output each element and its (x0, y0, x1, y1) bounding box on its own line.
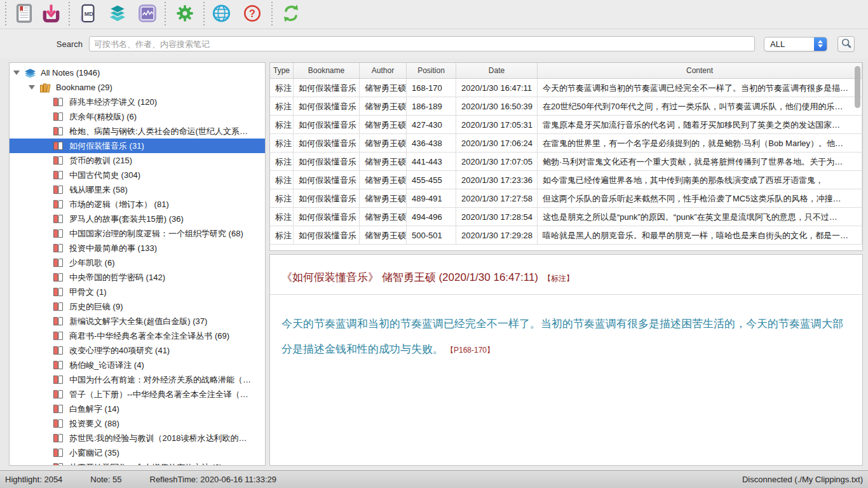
cell-position: 186-189 (407, 97, 456, 116)
column-header-bookname[interactable]: Bookname (294, 63, 360, 78)
sidebar-book-item[interactable]: 少年凯歌 (6) (10, 255, 265, 270)
sidebar-book-item[interactable]: 投资要义 (88) (10, 416, 265, 431)
statistics-button[interactable] (137, 3, 158, 26)
sidebar-item-bookname-group[interactable]: Bookname (29) (10, 80, 265, 95)
cell-author: 储智勇王硕 (360, 79, 407, 97)
cell-author: 储智勇王硕 (360, 116, 407, 134)
book-label: 货币的教训 (215) (69, 155, 132, 166)
sidebar-book-item[interactable]: 钱从哪里来 (58) (10, 182, 265, 197)
sidebar-book-item[interactable]: 中国古代简史 (304) (10, 168, 265, 182)
cell-type: 标注 (270, 226, 294, 245)
column-header-position[interactable]: Position (407, 63, 456, 78)
table-row[interactable]: 标注如何假装懂音乐储智勇王硕494-4962020/1/30 17:28:54这… (270, 208, 862, 226)
book-label: 管子（上下册）--中华经典名著全本全注全译（… (69, 389, 248, 400)
column-header-author[interactable]: Author (360, 63, 407, 78)
book-icon (53, 462, 65, 466)
svg-text:?: ? (249, 8, 255, 19)
sidebar-book-item[interactable]: 管子（上下册）--中华经典名著全本全注全译（… (10, 387, 265, 402)
cell-date: 2020/1/30 17:05:31 (456, 116, 538, 134)
note-detail-title: 《如何假装懂音乐》 储智勇王硕 (2020/1/30 16:47:11)【标注】 (270, 255, 862, 294)
notes-document-button[interactable] (13, 3, 35, 26)
table-row[interactable]: 标注如何假装懂音乐储智勇王硕489-4912020/1/30 17:27:58但… (270, 189, 862, 208)
column-header-type[interactable]: Type (270, 63, 294, 78)
sidebar-book-item[interactable]: 苏世民:我的经验与教训（2018读桥水达利欧的… (10, 431, 265, 445)
bookname-group-label: Bookname (29) (56, 83, 112, 92)
cell-position: 168-170 (407, 79, 456, 97)
sidebar-book-item[interactable]: 市场的逻辑（增订本） (81) (10, 197, 265, 212)
table-row[interactable]: 标注如何假装懂音乐储智勇王硕168-1702020/1/30 16:47:11今… (270, 79, 862, 97)
sidebar-book-item[interactable]: 货币的教训 (215) (10, 153, 265, 168)
website-button[interactable] (210, 3, 232, 26)
table-row[interactable]: 标注如何假装懂音乐储智勇王硕455-4552020/1/30 17:23:36如… (270, 171, 862, 189)
cell-content: 鲍勃·马利对雷鬼文化还有一个重大贡献，就是将脏辫传播到了世界各地。关于为… (538, 152, 862, 171)
cell-position: 436-438 (407, 134, 456, 152)
sidebar-book-item[interactable]: 杨伯峻_论语译注 (4) (10, 358, 265, 372)
search-button[interactable] (837, 36, 855, 52)
sidebar-book-item[interactable]: 甲骨文 (1) (10, 285, 265, 299)
book-icon (53, 155, 65, 166)
book-label: 少年凯歌 (6) (69, 257, 115, 269)
note-detail-pane: 《如何假装懂音乐》 储智勇王硕 (2020/1/30 16:47:11)【标注】… (269, 254, 863, 466)
sidebar-book-item[interactable]: 中国为什么有前途：对外经济关系的战略潜能（… (10, 372, 265, 387)
cell-position: 455-455 (407, 171, 456, 189)
note-type-tag: 【标注】 (543, 274, 574, 283)
sidebar-book-item[interactable]: 从零开始学写作：个人增值的有效方法 (6) (10, 460, 265, 466)
book-label: 中央帝国的哲学密码 (142) (69, 272, 165, 283)
cell-position: 494-496 (407, 208, 456, 226)
table-row[interactable]: 标注如何假装懂音乐储智勇王硕186-1892020/1/30 16:50:39在… (270, 97, 862, 116)
cell-position: 489-491 (407, 189, 456, 208)
filter-select[interactable]: ALL (764, 37, 827, 51)
book-icon (53, 140, 65, 151)
cell-position: 500-501 (407, 226, 456, 245)
column-header-date[interactable]: Date (456, 63, 538, 78)
sidebar-book-item[interactable]: 小窗幽记 (35) (10, 445, 265, 460)
table-row[interactable]: 标注如何假装懂音乐储智勇王硕500-5012020/1/30 17:29:28嘻… (270, 226, 862, 245)
layers-button[interactable] (107, 3, 128, 26)
table-row[interactable]: 标注如何假装懂音乐储智勇王硕441-4432020/1/30 17:07:05鲍… (270, 152, 862, 171)
cell-bookname: 如何假装懂音乐 (294, 152, 360, 171)
book-list: 薛兆丰经济学讲义 (120)庆余年(精校版) (6)枪炮、病菌与钢铁:人类社会的… (10, 95, 265, 466)
markdown-export-button[interactable]: MD (77, 3, 98, 26)
table-row[interactable]: 标注如何假装懂音乐储智勇王硕427-4302020/1/30 17:05:31雷… (270, 116, 862, 134)
sidebar-book-item[interactable]: 罗马人的故事(套装共15册) (36) (10, 212, 265, 226)
cell-date: 2020/1/30 17:29:28 (456, 226, 538, 245)
toolbar-separator (271, 2, 273, 27)
table-scrollbar[interactable] (855, 66, 860, 108)
sidebar-book-item[interactable]: 新编说文解字大全集(超值白金版) (37) (10, 314, 265, 329)
sidebar-book-item[interactable]: 枪炮、病菌与钢铁:人类社会的命运(世纪人文系… (10, 124, 265, 139)
cell-bookname: 如何假装懂音乐 (294, 116, 360, 134)
settings-button[interactable] (174, 3, 196, 26)
cell-date: 2020/1/30 17:27:58 (456, 189, 538, 208)
sidebar-book-item[interactable]: 商君书-中华经典名著全本全注全译丛书 (69) (10, 329, 265, 343)
cell-bookname: 如何假装懂音乐 (294, 171, 360, 189)
cell-author: 储智勇王硕 (360, 226, 407, 245)
sidebar-book-item[interactable]: 投资中最简单的事 (133) (10, 241, 265, 255)
disclosure-triangle-icon[interactable] (13, 71, 20, 75)
book-icon (53, 374, 65, 385)
search-label: Search (8, 39, 83, 49)
table-row[interactable]: 标注如何假装懂音乐储智勇王硕436-4382020/1/30 17:06:24在… (270, 134, 862, 152)
toolbar-separator (203, 2, 205, 27)
disclosure-triangle-icon[interactable] (29, 85, 35, 90)
help-button[interactable]: ? (241, 3, 263, 26)
book-label: 小窗幽记 (35) (69, 447, 119, 459)
import-clippings-button[interactable] (40, 3, 62, 26)
cell-content: 在雷鬼的世界里，有一个名字是必须提到的，就是鲍勃·马利（Bob Marley）。… (538, 134, 862, 152)
sidebar-book-item[interactable]: 薛兆丰经济学讲义 (120) (10, 95, 265, 109)
refresh-time: RefleshTime: 2020-06-16 11:33:29 (150, 475, 276, 484)
book-label: 钱从哪里来 (58) (69, 184, 128, 196)
search-input[interactable] (89, 36, 755, 51)
column-header-content[interactable]: Content (538, 63, 862, 78)
sidebar-book-item[interactable]: 白鱼解字 (14) (10, 402, 265, 416)
sidebar-book-item[interactable]: 中国国家治理的制度逻辑：一个组织学研究 (68) (10, 226, 265, 241)
svg-text:MD: MD (85, 11, 93, 17)
sidebar-book-item[interactable]: 改变心理学的40项研究 (41) (10, 343, 265, 358)
sidebar-item-all-notes[interactable]: All Notes (1946) (10, 65, 265, 80)
sidebar-book-item[interactable]: 庆余年(精校版) (6) (10, 109, 265, 124)
sidebar-book-item[interactable]: 中央帝国的哲学密码 (142) (10, 270, 265, 285)
refresh-button[interactable] (280, 3, 302, 26)
sidebar-book-item[interactable]: 如何假装懂音乐 (31) (10, 139, 265, 153)
main-area: All Notes (1946) Bookname (29) 薛兆丰经济学讲义 … (0, 58, 868, 470)
sidebar-book-item[interactable]: 历史的巨镜 (9) (10, 299, 265, 314)
book-icon (53, 170, 65, 180)
